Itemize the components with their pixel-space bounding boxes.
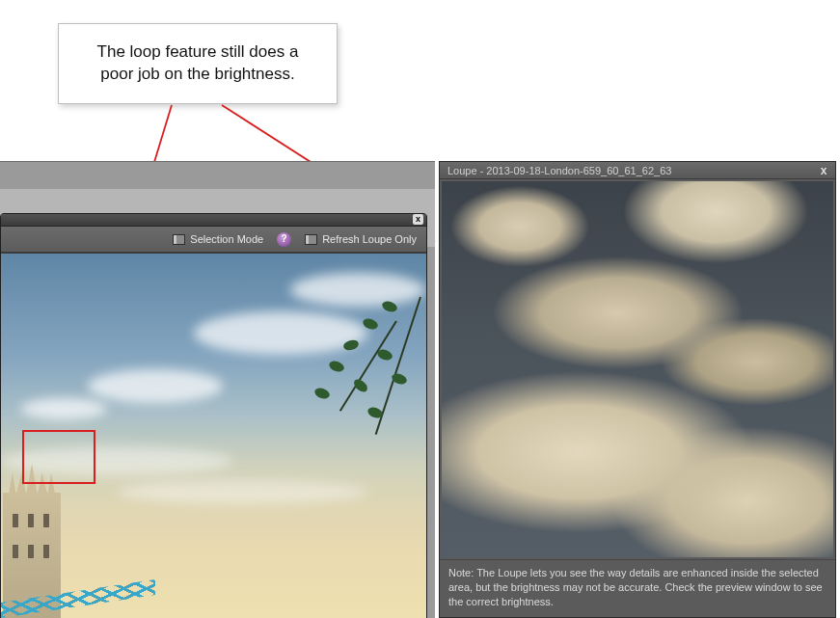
editor-titlebar: x [1, 214, 426, 227]
help-icon[interactable]: ? [277, 232, 291, 247]
editor-toolbar: Selection Mode ? Refresh Loupe Only [1, 227, 426, 253]
loupe-titlebar: Loupe - 2013-09-18-London-659_60_61_62_6… [440, 162, 835, 179]
editor-panel: x Selection Mode ? Refresh Loupe Only [0, 161, 435, 618]
refresh-loupe-label: Refresh Loupe Only [322, 233, 417, 245]
editor-close-button[interactable]: x [413, 214, 423, 225]
checkbox-icon [305, 234, 317, 245]
annotation-text: The loop feature still does a poor job o… [80, 41, 315, 86]
selection-rectangle[interactable] [22, 430, 95, 484]
loupe-note: Note: The Loupe lets you see the way det… [440, 559, 835, 617]
annotation-callout: The loop feature still does a poor job o… [58, 23, 338, 104]
editor-window: x Selection Mode ? Refresh Loupe Only [0, 213, 427, 618]
selection-mode-label: Selection Mode [190, 233, 263, 245]
loupe-preview-image[interactable] [442, 181, 833, 557]
loupe-title-text: Loupe - 2013-09-18-London-659_60_61_62_6… [447, 165, 671, 176]
loupe-panel: Loupe - 2013-09-18-London-659_60_61_62_6… [439, 161, 836, 618]
editor-preview-image[interactable] [1, 254, 426, 618]
checkbox-icon [173, 234, 185, 245]
loupe-note-text: Note: The Loupe lets you see the way det… [448, 567, 823, 607]
selection-mode-toggle[interactable]: Selection Mode [173, 233, 263, 245]
loupe-close-button[interactable]: x [817, 165, 830, 176]
refresh-loupe-toggle[interactable]: Refresh Loupe Only [305, 233, 417, 245]
